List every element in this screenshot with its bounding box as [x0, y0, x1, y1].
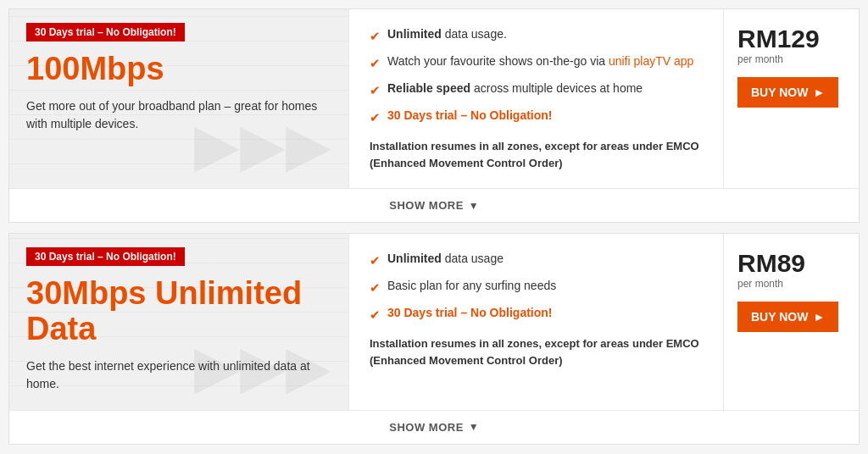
- buy-now-label: BUY NOW: [751, 86, 808, 99]
- feature-text: Basic plan for any surfing needs: [387, 278, 556, 295]
- plan-left-30mbps: 30 Days trial – No Obligation! 30Mbps Un…: [9, 234, 348, 410]
- check-icon: ✔: [370, 27, 381, 45]
- plan-card-30mbps: 30 Days trial – No Obligation! 30Mbps Un…: [8, 233, 860, 445]
- feature-list-30mbps: ✔ Unlimited data usage ✔ Basic plan for …: [370, 251, 703, 324]
- plan-middle-100mbps: ✔ Unlimited data usage. ✔ Watch your fav…: [348, 9, 723, 188]
- feature-item: ✔ 30 Days trial – No Obligation!: [370, 108, 703, 126]
- per-month-30mbps: per month: [737, 278, 783, 290]
- chevron-down-icon: ▼: [469, 421, 479, 433]
- per-month-100mbps: per month: [737, 53, 783, 65]
- check-icon: ✔: [370, 306, 381, 324]
- installation-note-30mbps: Installation resumes in all zones, excep…: [370, 335, 703, 368]
- feature-text: Watch your favourite shows on-the-go via…: [387, 53, 693, 70]
- feature-item: ✔ Basic plan for any surfing needs: [370, 278, 703, 296]
- feature-text: Reliable speed across multiple devices a…: [387, 80, 643, 97]
- playtv-link[interactable]: unifi playTV app: [609, 54, 693, 68]
- show-more-label-30mbps: SHOW MORE: [389, 421, 464, 434]
- check-icon: ✔: [370, 108, 381, 126]
- plan-card-100mbps: 30 Days trial – No Obligation! 100Mbps G…: [8, 8, 860, 223]
- trial-badge-100mbps: 30 Days trial – No Obligation!: [26, 23, 185, 42]
- plan-left-100mbps: 30 Days trial – No Obligation! 100Mbps G…: [9, 9, 348, 188]
- plan-title-100mbps: 100Mbps: [26, 52, 331, 87]
- feature-list-100mbps: ✔ Unlimited data usage. ✔ Watch your fav…: [370, 26, 703, 126]
- show-more-row-100mbps[interactable]: SHOW MORE ▼: [9, 188, 859, 222]
- plan-right-30mbps: RM89 per month BUY NOW ►: [723, 234, 859, 410]
- plan-subtitle-30mbps: Get the best internet experience with un…: [26, 357, 331, 393]
- arrow-icon: ►: [813, 310, 825, 324]
- installation-note-100mbps: Installation resumes in all zones, excep…: [370, 138, 703, 171]
- show-more-label-100mbps: SHOW MORE: [389, 199, 464, 212]
- check-icon: ✔: [370, 81, 381, 99]
- plan-title-30mbps: 30Mbps Unlimited Data: [26, 276, 331, 347]
- show-more-row-30mbps[interactable]: SHOW MORE ▼: [9, 410, 859, 444]
- price-30mbps: RM89: [737, 251, 805, 276]
- feature-text: Unlimited data usage: [387, 251, 504, 268]
- plan-main-100mbps: 30 Days trial – No Obligation! 100Mbps G…: [9, 9, 859, 188]
- check-icon: ✔: [370, 279, 381, 296]
- trial-badge-30mbps: 30 Days trial – No Obligation!: [26, 247, 185, 266]
- check-icon: ✔: [370, 252, 381, 269]
- feature-item: ✔ Unlimited data usage: [370, 251, 703, 269]
- feature-item: ✔ Unlimited data usage.: [370, 26, 703, 45]
- plan-main-30mbps: 30 Days trial – No Obligation! 30Mbps Un…: [9, 234, 859, 410]
- price-100mbps: RM129: [737, 26, 820, 52]
- check-icon: ✔: [370, 54, 381, 72]
- buy-now-label: BUY NOW: [751, 310, 808, 324]
- plan-right-100mbps: RM129 per month BUY NOW ►: [723, 9, 859, 188]
- plan-subtitle-100mbps: Get more out of your broadband plan – gr…: [26, 97, 331, 133]
- plan-middle-30mbps: ✔ Unlimited data usage ✔ Basic plan for …: [348, 234, 723, 410]
- feature-text: 30 Days trial – No Obligation!: [387, 305, 553, 322]
- feature-text: Unlimited data usage.: [387, 26, 507, 43]
- feature-text: 30 Days trial – No Obligation!: [387, 108, 553, 125]
- buy-now-button-30mbps[interactable]: BUY NOW ►: [737, 302, 838, 332]
- feature-item: ✔ 30 Days trial – No Obligation!: [370, 305, 703, 324]
- arrow-icon: ►: [813, 86, 825, 99]
- buy-now-button-100mbps[interactable]: BUY NOW ►: [737, 77, 838, 108]
- chevron-down-icon: ▼: [469, 200, 479, 212]
- feature-item: ✔ Watch your favourite shows on-the-go v…: [370, 53, 703, 72]
- feature-item: ✔ Reliable speed across multiple devices…: [370, 80, 703, 99]
